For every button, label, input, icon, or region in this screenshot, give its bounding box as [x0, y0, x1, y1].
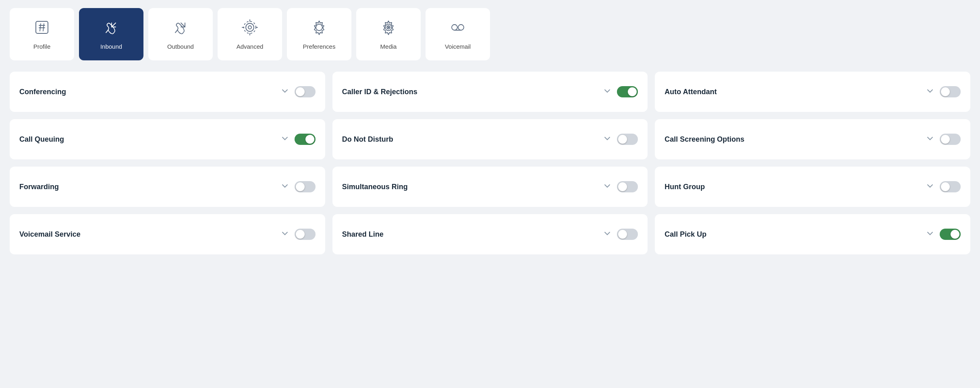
outbound-icon	[172, 19, 189, 39]
chevron-icon-call-queuing[interactable]	[281, 134, 289, 144]
tab-voicemail-label: Voicemail	[445, 43, 471, 50]
tab-advanced-label: Advanced	[237, 43, 264, 50]
tab-voicemail[interactable]: Voicemail	[426, 8, 490, 60]
toggle-hunt-group[interactable]	[940, 181, 961, 192]
section-title-conferencing: Conferencing	[19, 88, 66, 96]
chevron-icon-call-pickup[interactable]	[926, 229, 934, 239]
chevron-icon-forwarding[interactable]	[281, 182, 289, 192]
section-title-voicemail-service: Voicemail Service	[19, 230, 81, 239]
chevron-icon-simultaneous-ring[interactable]	[603, 182, 611, 192]
svg-point-18	[452, 25, 457, 30]
preferences-icon	[311, 19, 328, 39]
section-title-call-screening: Call Screening Options	[664, 135, 744, 144]
toggle-voicemail-service[interactable]	[295, 229, 316, 240]
section-card-voicemail-service: Voicemail Service	[10, 214, 325, 254]
tab-outbound[interactable]: Outbound	[148, 8, 213, 60]
section-card-call-screening: Call Screening Options	[655, 119, 970, 159]
sections-grid: ConferencingCaller ID & RejectionsAuto A…	[10, 72, 970, 254]
toggle-do-not-disturb[interactable]	[617, 134, 638, 145]
svg-point-14	[316, 24, 322, 31]
section-title-simultaneous-ring: Simultaneous Ring	[342, 183, 408, 191]
section-card-forwarding: Forwarding	[10, 167, 325, 207]
tab-media[interactable]: Media	[356, 8, 421, 60]
section-card-do-not-disturb: Do Not Disturb	[332, 119, 648, 159]
tab-media-label: Media	[380, 43, 397, 50]
tab-preferences[interactable]: Preferences	[287, 8, 351, 60]
svg-line-5	[112, 23, 116, 27]
section-card-caller-id: Caller ID & Rejections	[332, 72, 648, 112]
toggle-simultaneous-ring[interactable]	[617, 181, 638, 192]
voicemail-icon	[449, 19, 466, 39]
chevron-icon-hunt-group[interactable]	[926, 182, 934, 192]
svg-line-3	[40, 24, 41, 31]
section-title-shared-line: Shared Line	[342, 230, 384, 239]
tab-advanced[interactable]: Advanced	[218, 8, 282, 60]
toggle-call-pickup[interactable]	[940, 229, 961, 240]
section-title-caller-id: Caller ID & Rejections	[342, 88, 417, 96]
section-card-call-pickup: Call Pick Up	[655, 214, 970, 254]
tab-bar: Profile Inbound Outbound	[10, 8, 970, 60]
section-title-call-pickup: Call Pick Up	[664, 230, 706, 239]
svg-rect-0	[36, 21, 48, 33]
tab-inbound-label: Inbound	[100, 43, 122, 50]
toggle-call-queuing[interactable]	[295, 134, 316, 145]
svg-point-7	[246, 23, 254, 31]
chevron-icon-caller-id[interactable]	[603, 87, 611, 97]
section-card-auto-attendant: Auto Attendant	[655, 72, 970, 112]
section-title-auto-attendant: Auto Attendant	[664, 88, 716, 96]
tab-profile-label: Profile	[33, 43, 51, 50]
svg-line-4	[43, 24, 44, 31]
toggle-conferencing[interactable]	[295, 86, 316, 97]
section-card-hunt-group: Hunt Group	[655, 167, 970, 207]
advanced-icon	[241, 19, 258, 39]
tab-preferences-label: Preferences	[303, 43, 336, 50]
chevron-icon-auto-attendant[interactable]	[926, 87, 934, 97]
section-card-shared-line: Shared Line	[332, 214, 648, 254]
chevron-icon-conferencing[interactable]	[281, 87, 289, 97]
toggle-call-screening[interactable]	[940, 134, 961, 145]
chevron-icon-shared-line[interactable]	[603, 229, 611, 239]
hash-icon	[33, 19, 50, 39]
tab-inbound[interactable]: Inbound	[79, 8, 143, 60]
toggle-caller-id[interactable]	[617, 86, 638, 97]
tab-outbound-label: Outbound	[167, 43, 194, 50]
section-card-simultaneous-ring: Simultaneous Ring	[332, 167, 648, 207]
section-title-forwarding: Forwarding	[19, 183, 59, 191]
toggle-auto-attendant[interactable]	[940, 86, 961, 97]
section-title-do-not-disturb: Do Not Disturb	[342, 135, 393, 144]
chevron-icon-do-not-disturb[interactable]	[603, 134, 611, 144]
section-card-conferencing: Conferencing	[10, 72, 325, 112]
toggle-forwarding[interactable]	[295, 181, 316, 192]
tab-profile[interactable]: Profile	[10, 8, 74, 60]
section-title-hunt-group: Hunt Group	[664, 183, 705, 191]
inbound-icon	[103, 19, 120, 39]
svg-point-19	[458, 25, 464, 30]
section-card-call-queuing: Call Queuing	[10, 119, 325, 159]
media-icon	[380, 19, 397, 39]
toggle-shared-line[interactable]	[617, 229, 638, 240]
svg-point-8	[248, 26, 251, 29]
section-title-call-queuing: Call Queuing	[19, 135, 64, 144]
chevron-icon-voicemail-service[interactable]	[281, 229, 289, 239]
chevron-icon-call-screening[interactable]	[926, 134, 934, 144]
